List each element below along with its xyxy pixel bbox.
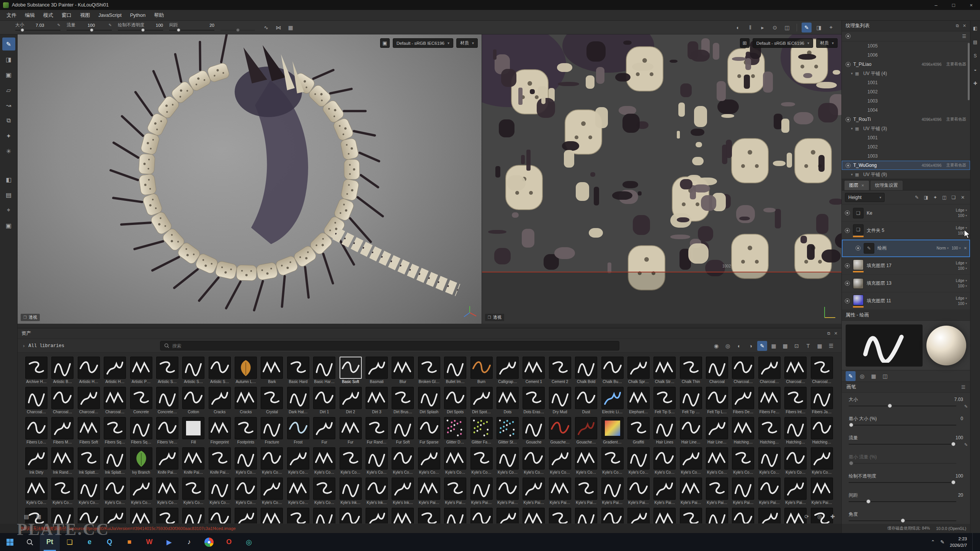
search-input[interactable] (172, 343, 615, 349)
asset-tile[interactable]: Kyle's Pai… (573, 478, 599, 505)
param-slider[interactable] (169, 28, 214, 33)
dock-panel-icon-1[interactable]: ◧ (972, 24, 979, 32)
asset-tile[interactable]: Kyle's Co… (809, 447, 835, 474)
asset-tile[interactable]: Hatching… (809, 417, 835, 444)
asset-tile[interactable]: Artistic B… (50, 357, 75, 384)
property-value[interactable]: 100 (956, 435, 963, 440)
renderer-icon[interactable]: ▸ (758, 23, 768, 33)
asset-tile[interactable]: Glitter D… (443, 417, 468, 444)
asset-tile[interactable]: Dots (495, 387, 520, 414)
asset-tile[interactable]: Hair Line… (704, 417, 730, 444)
asset-tile[interactable] (259, 508, 284, 523)
taskbar-app-chrome[interactable] (199, 533, 219, 551)
property-slider[interactable] (849, 460, 956, 466)
texture-set-row[interactable]: ▾▦UV 平铺 (4) (842, 69, 970, 78)
asset-tile[interactable]: Kyle's Pai… (495, 478, 520, 505)
visibility-eye-icon[interactable] (845, 210, 850, 215)
slider-knob[interactable] (177, 28, 180, 32)
pause-engine-icon[interactable]: ‖ (745, 23, 755, 33)
menu-视图[interactable]: 视图 (76, 10, 94, 20)
taskbar-app-douyin[interactable]: ♪ (179, 533, 199, 551)
asset-tile[interactable]: Kyle's Co… (181, 478, 206, 505)
opacity-select[interactable]: 100 ▾ (958, 231, 967, 235)
asset-tile[interactable]: Frost (286, 417, 311, 444)
asset-tile[interactable]: Fibers Sq… (129, 417, 154, 444)
asset-tile[interactable] (390, 508, 415, 523)
start-button[interactable] (0, 533, 20, 551)
asset-tile[interactable]: Fracture (259, 417, 284, 444)
asset-tile[interactable]: Fibers Ja… (809, 387, 835, 414)
asset-tile[interactable]: Fur Rand… (364, 417, 389, 444)
asset-tile[interactable]: Gouache… (573, 417, 599, 444)
asset-tile[interactable]: Autumn L… (233, 357, 258, 384)
asset-tile[interactable]: Cotton (181, 387, 206, 414)
stroke-curve-icon[interactable]: ∿ (261, 23, 271, 33)
dock-panel-icon-2[interactable]: ▤ (972, 38, 979, 46)
asset-tile[interactable]: Kyle's Co… (416, 447, 442, 474)
asset-tile[interactable]: Kyle's Co… (364, 447, 389, 474)
asset-tile[interactable]: Cement 2 (547, 357, 573, 384)
param-value[interactable]: 100 (88, 23, 95, 28)
asset-tile[interactable] (730, 508, 756, 523)
asset-tile[interactable]: Fibers Int… (783, 387, 808, 414)
filter-smart-masks-icon[interactable]: ◐ (734, 341, 744, 351)
visibility-eye-icon[interactable] (846, 34, 851, 39)
param-value[interactable]: 7.03 (36, 23, 44, 28)
taskbar-app-music[interactable]: ◎ (239, 533, 259, 551)
taskbar-app-office[interactable]: ■ (119, 533, 139, 551)
opacity-select[interactable]: 100 ▾ (958, 214, 967, 218)
texture-set-row[interactable]: 1004 (842, 106, 970, 115)
property-slider[interactable] (849, 441, 956, 447)
asset-tile[interactable]: Fibers Lo… (24, 417, 49, 444)
asset-tile[interactable]: Fibers De… (730, 387, 756, 414)
asset-tile[interactable]: Archive H… (24, 357, 49, 384)
blend-mode-select[interactable]: Ldge ▾ (956, 208, 967, 212)
library-selector[interactable]: All libraries (28, 343, 64, 349)
menu-Python[interactable]: Python (126, 10, 150, 20)
asset-tile[interactable]: Graffiti (626, 417, 651, 444)
clone-tool-icon[interactable]: ⧉ (2, 114, 15, 127)
slider-knob[interactable] (141, 28, 145, 32)
asset-tile[interactable]: Ink Splatt… (76, 447, 101, 474)
material-mode-icon[interactable]: ◐ (733, 23, 743, 33)
dock-substance-icon[interactable]: S (972, 52, 979, 60)
asset-tile[interactable]: Burn (469, 357, 494, 384)
color-profile-dropdown-3d[interactable]: Default - sRGB IEC6196▾ (393, 38, 453, 48)
asset-tile[interactable]: Footprints (233, 417, 258, 444)
show-desktop-button[interactable] (972, 533, 975, 551)
asset-tile[interactable]: Hair Lines (652, 417, 677, 444)
asset-tile[interactable]: Chalk Bold (573, 357, 599, 384)
pen-pressure-icon[interactable]: ✎ (109, 23, 112, 27)
asset-tile[interactable]: Dirt 1 (312, 387, 337, 414)
material-dropdown-2d[interactable]: 材质▾ (816, 38, 838, 48)
asset-tile[interactable]: Kyle's Co… (233, 447, 258, 474)
asset-tile[interactable] (312, 508, 337, 523)
texture-set-row[interactable]: T_PiLiao4096x4096主要着色器 (842, 60, 970, 69)
asset-tile[interactable]: Kyle's Ink… (364, 478, 389, 505)
property-value[interactable]: 100 (956, 473, 963, 479)
asset-tile[interactable] (652, 508, 677, 523)
asset-tile[interactable]: Kyle's Co… (678, 447, 704, 474)
asset-tile[interactable]: Kyle's Pai… (757, 478, 782, 505)
asset-tile[interactable]: Fur Soft (390, 417, 415, 444)
assets-menu-icon[interactable]: ☰ (826, 341, 836, 351)
asset-tile[interactable]: Kyle's Pai… (783, 478, 808, 505)
minimize-button[interactable]: – (927, 0, 945, 10)
asset-tile[interactable]: Artistic S… (155, 357, 180, 384)
asset-tile[interactable]: Basic Hard (286, 357, 311, 384)
asset-tile[interactable]: Fibers Ve… (155, 417, 180, 444)
asset-tile[interactable]: Ink Splatt… (102, 447, 127, 474)
asset-tile[interactable]: Kyle's Co… (312, 478, 337, 505)
visibility-eye-icon[interactable] (846, 163, 851, 168)
asset-tile[interactable]: Kyle's Co… (129, 478, 154, 505)
asset-tile[interactable]: Charcoal (704, 357, 730, 384)
asset-tile[interactable]: Kyle's Co… (233, 478, 258, 505)
asset-tile[interactable]: Dirt Splash (416, 387, 442, 414)
asset-tile[interactable]: Concrete… (155, 387, 180, 414)
asset-tile[interactable] (129, 508, 154, 523)
asset-tile[interactable]: Kyle's Co… (783, 447, 808, 474)
property-slider[interactable] (849, 518, 956, 524)
asset-tile[interactable]: Knife Pai… (181, 447, 206, 474)
channel-dropdown[interactable]: Height▾ (845, 193, 885, 202)
asset-tile[interactable]: Kyle's Co… (24, 478, 49, 505)
